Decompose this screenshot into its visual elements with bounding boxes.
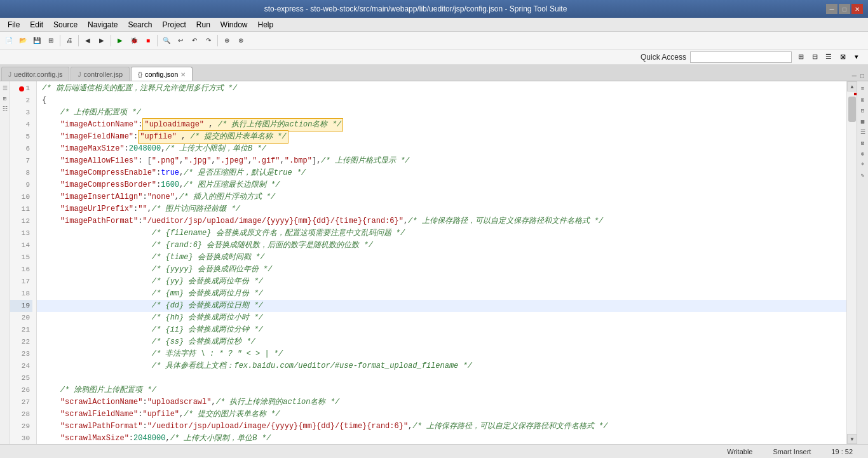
menu-edit[interactable]: Edit	[25, 19, 48, 30]
toolbar-ref[interactable]: ↩	[174, 34, 187, 47]
sidebar-icon-3[interactable]: ☷	[1, 104, 10, 113]
highlight-box-line4: "uploadimage" , /* 执行上传图片的action名称 */	[142, 118, 343, 131]
qa-icon5[interactable]: ▾	[850, 51, 863, 64]
rp-icon-5[interactable]: ☰	[858, 127, 868, 137]
line-11: 11	[10, 203, 32, 215]
code-line-22: /* {ss} 会替换成两位秒 */	[37, 336, 846, 348]
toolbar-back[interactable]: ◀	[81, 34, 94, 47]
code-line-21: /* {ii} 会替换成两位分钟 */	[37, 324, 846, 336]
toolbar-run[interactable]: ▶	[114, 34, 126, 47]
scroll-down-button[interactable]: ▼	[847, 434, 857, 444]
rp-icon-6[interactable]: ⊠	[858, 138, 868, 148]
minimize-button[interactable]: ─	[826, 4, 837, 14]
toolbar-redo[interactable]: ↷	[202, 34, 215, 47]
line-22: 22	[10, 336, 32, 348]
maximize-button[interactable]: □	[839, 4, 850, 14]
tab-controller[interactable]: J controller.jsp	[71, 67, 130, 81]
sep1	[60, 35, 60, 46]
highlight-box-line5: "upfile" , /* 提交的图片表单名称 */	[138, 130, 288, 144]
toolbar-extra1[interactable]: ⊕	[220, 34, 233, 47]
sidebar-icon-2[interactable]: ⊞	[1, 94, 10, 103]
code-line-8: "imageCompressEnable" : true , /* 是否压缩图片…	[37, 167, 846, 179]
toolbar-save[interactable]: 💾	[31, 34, 43, 47]
menu-file[interactable]: File	[3, 19, 25, 30]
code-line-16: /* {yyyy} 会替换成四位年份 */	[37, 264, 846, 276]
scrollbar-track[interactable]	[847, 91, 857, 434]
quick-access-input[interactable]	[690, 51, 792, 63]
toolbar-open[interactable]: 📂	[17, 34, 29, 47]
rp-icon-1[interactable]: ≡	[858, 84, 868, 94]
toolbar-save-all[interactable]: ⊞	[44, 34, 57, 47]
code-line-2: {	[37, 95, 846, 107]
line-2: 2	[10, 95, 32, 107]
tab-label-2: controller.jsp	[83, 71, 123, 78]
qa-icon1[interactable]: ⊞	[794, 51, 807, 64]
menu-window[interactable]: Window	[215, 19, 253, 30]
tab-maximize-btn[interactable]: □	[859, 71, 865, 81]
code-line-5: "imageFieldName" : "upfile" , /* 提交的图片表单…	[37, 131, 846, 143]
code-line-20: /* {hh} 会替换成两位小时 */	[37, 312, 846, 324]
rp-icon-8[interactable]: ⌖	[858, 159, 868, 170]
cursor-position: 19 : 52	[831, 448, 853, 455]
tab-config-json[interactable]: {} config.json ✕	[131, 67, 193, 81]
tab-label-3: config.json	[145, 71, 179, 78]
tab-close-3[interactable]: ✕	[180, 71, 186, 78]
toolbar-stop[interactable]: ■	[142, 34, 154, 47]
scroll-up-button[interactable]: ▲	[847, 81, 857, 91]
tab-ueditor-config[interactable]: J ueditor.config.js	[1, 67, 69, 81]
line-12: 12	[10, 215, 32, 227]
menu-source[interactable]: Source	[48, 19, 83, 30]
menu-help[interactable]: Help	[253, 19, 279, 30]
line-21: 21	[10, 324, 32, 336]
qa-icon3[interactable]: ☰	[822, 51, 835, 64]
line-10: 10	[10, 191, 32, 203]
code-line-29: "scrawlPathFormat" : "/ueditor/jsp/uploa…	[37, 421, 846, 433]
tab-minimize-btn[interactable]: ─	[851, 71, 858, 81]
toolbar-new[interactable]: 📄	[3, 34, 15, 47]
close-button[interactable]: ✕	[851, 4, 863, 14]
code-line-3: /* 上传图片配置项 */	[37, 107, 846, 119]
code-line-24: /* 具体参看线上文档：fex.baidu.com/ueditor/#use-f…	[37, 360, 846, 372]
qa-icon4[interactable]: ⊠	[836, 51, 849, 64]
code-line-1: /* 前后端通信相关的配置，注释只允许使用多行方式 */	[37, 83, 846, 95]
writable-status: Writable	[727, 448, 752, 455]
code-line-28: "scrawlFieldName" : "upfile" , /* 提交的图片表…	[37, 408, 846, 421]
toolbar-print[interactable]: 🖨	[63, 34, 76, 47]
line-20: 20	[10, 312, 32, 324]
line-9: 9	[10, 179, 32, 191]
toolbar-extra2[interactable]: ⊗	[234, 34, 247, 47]
rp-icon-9[interactable]: ✎	[858, 170, 868, 180]
left-sidebar: ☰ ⊞ ☷	[0, 81, 10, 444]
line-5: 5	[10, 131, 32, 143]
code-line-17: /* {yy} 会替换成两位年份 */	[37, 276, 846, 288]
sep5	[217, 35, 218, 46]
editor-main: 1 2 3 4 5 6 7 8 9 10 11 12 13 14 15 16 1…	[10, 81, 868, 444]
menu-bar: File Edit Source Navigate Search Project…	[0, 18, 868, 32]
rp-icon-3[interactable]: ⊟	[858, 105, 868, 116]
quick-access-icons: ⊞ ⊟ ☰ ⊠ ▾	[794, 51, 863, 64]
code-area[interactable]: /* 前后端通信相关的配置，注释只允许使用多行方式 */ { /* 上传图片配置…	[37, 81, 846, 444]
scrollbar-thumb[interactable]	[848, 97, 856, 122]
rp-icon-2[interactable]: ⊞	[858, 95, 868, 105]
menu-project[interactable]: Project	[157, 19, 191, 30]
line-30: 30	[10, 433, 32, 444]
smart-insert-status: Smart Insert	[773, 448, 811, 455]
code-line-18: /* {mm} 会替换成两位月份 */	[37, 288, 846, 300]
menu-search[interactable]: Search	[123, 19, 157, 30]
editor-container: ☰ ⊞ ☷ 1 2 3 4 5 6 7 8 9 10 11 12 13 14 1…	[0, 81, 868, 444]
line-13: 13	[10, 227, 32, 239]
menu-navigate[interactable]: Navigate	[83, 19, 123, 30]
sidebar-icon-1[interactable]: ☰	[1, 84, 10, 93]
menu-run[interactable]: Run	[191, 19, 215, 30]
tab-icon-2: J	[78, 71, 81, 78]
window-controls: ─ □ ✕	[826, 4, 863, 14]
toolbar-undo[interactable]: ↶	[188, 34, 201, 47]
title-text: sto-express - sto-web-stock/src/main/web…	[5, 4, 826, 13]
line-16: 16	[10, 264, 32, 276]
qa-icon2[interactable]: ⊟	[808, 51, 821, 64]
toolbar-debug[interactable]: 🐞	[128, 34, 140, 47]
rp-icon-4[interactable]: ▦	[858, 116, 868, 126]
toolbar-search2[interactable]: 🔍	[160, 34, 173, 47]
toolbar-forward[interactable]: ▶	[95, 34, 108, 47]
rp-icon-7[interactable]: ⊕	[858, 149, 868, 159]
